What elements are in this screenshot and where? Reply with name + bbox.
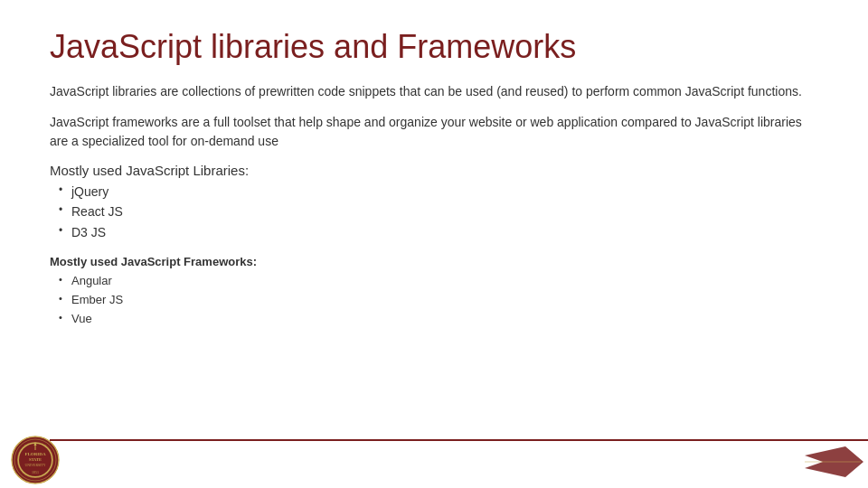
paragraph-libraries: JavaScript libraries are collections of … — [50, 82, 818, 100]
frameworks-list: Angular Ember JS Vue — [59, 272, 818, 328]
fsu-logo: FLORIDA STATE UNIVERSITY 1851 — [11, 436, 60, 484]
svg-text:1851: 1851 — [32, 470, 39, 474]
libraries-list: jQuery React JS D3 JS — [59, 182, 818, 242]
list-item: Vue — [59, 310, 818, 329]
libraries-header: Mostly used JavaScript Libraries: — [50, 163, 818, 178]
list-item: Ember JS — [59, 291, 818, 310]
svg-text:UNIVERSITY: UNIVERSITY — [25, 464, 46, 467]
list-item: React JS — [59, 202, 818, 221]
slide-title: JavaScript libraries and Frameworks — [50, 27, 818, 66]
list-item: D3 JS — [59, 222, 818, 242]
list-item: Angular — [59, 272, 818, 291]
bottom-line — [50, 439, 868, 442]
list-item: jQuery — [59, 182, 818, 202]
svg-text:FLORIDA: FLORIDA — [24, 452, 45, 456]
svg-text:STATE: STATE — [29, 457, 42, 462]
frameworks-header: Mostly used JavaScript Frameworks: — [50, 255, 818, 268]
slide-container: JavaScript libraries and Frameworks Java… — [0, 0, 868, 488]
paragraph-frameworks: JavaScript frameworks are a full toolset… — [50, 113, 818, 150]
arrow-decoration — [796, 436, 868, 488]
